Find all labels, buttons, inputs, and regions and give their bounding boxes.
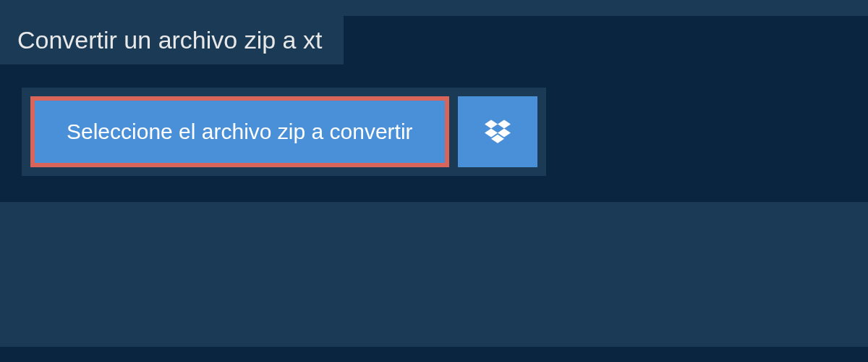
top-stripe <box>0 0 868 16</box>
bottom-section <box>0 202 868 347</box>
select-file-label: Seleccione el archivo zip a convertir <box>67 119 413 144</box>
dropbox-icon <box>485 119 511 144</box>
dropbox-button[interactable] <box>458 96 537 167</box>
svg-marker-1 <box>498 120 511 129</box>
page-title: Convertir un archivo zip a xt <box>0 16 344 64</box>
upload-container: Seleccione el archivo zip a convertir <box>22 88 546 176</box>
select-file-button[interactable]: Seleccione el archivo zip a convertir <box>30 96 449 167</box>
page-title-text: Convertir un archivo zip a xt <box>17 26 322 54</box>
svg-marker-0 <box>485 120 498 129</box>
